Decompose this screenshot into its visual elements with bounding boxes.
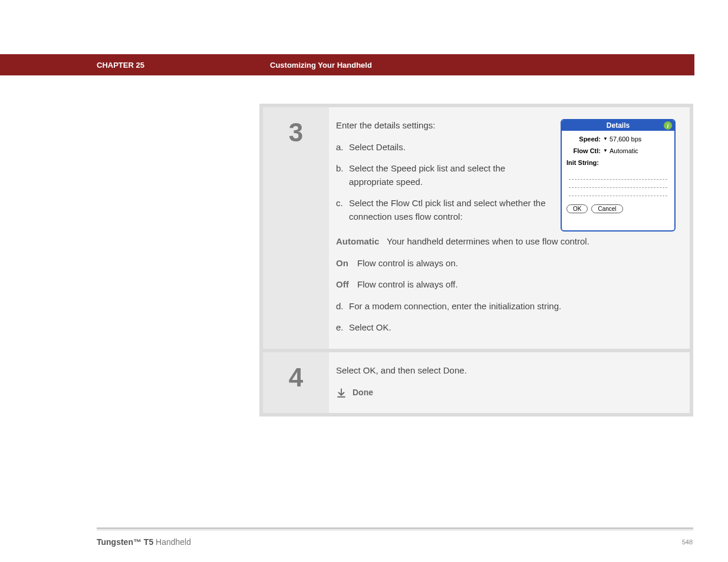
footer-rule [97, 530, 693, 530]
step-3: 3 Enter the details settings: a. Select … [263, 107, 690, 349]
done-label: Done [353, 386, 373, 399]
option-off: Off Flow control is always off. [336, 278, 676, 292]
list-letter: b. [336, 162, 349, 189]
details-dialog: Details i Speed: ▼ 57,600 bps Flow Ctl: … [561, 119, 676, 232]
dialog-body: Speed: ▼ 57,600 bps Flow Ctl: ▼ Automati… [562, 131, 674, 219]
step-body: Select OK, and then select Done. Done [329, 352, 690, 414]
dialog-titlebar: Details i [562, 120, 674, 131]
option-automatic: Automatic Your handheld determines when … [336, 235, 676, 249]
list-letter: d. [336, 300, 349, 313]
step-number-cell: 4 [263, 352, 329, 414]
option-text: Flow control is always on. [357, 257, 458, 270]
step3-item-c: c. Select the Flow Ctl pick list and sel… [336, 197, 549, 223]
step-number: 4 [289, 363, 303, 392]
list-text: Select OK. [349, 321, 676, 335]
init-string-field[interactable] [569, 171, 667, 196]
speed-label: Speed: [566, 134, 601, 144]
arrow-down-icon [336, 388, 347, 398]
chapter-bar: CHAPTER 25 Customizing Your Handheld [0, 54, 694, 75]
chapter-title: Customizing Your Handheld [270, 61, 372, 70]
list-letter: e. [336, 321, 349, 335]
speed-row: Speed: ▼ 57,600 bps [566, 134, 670, 144]
chevron-down-icon[interactable]: ▼ [603, 147, 608, 154]
step3-item-b: b. Select the Speed pick list and select… [336, 162, 549, 189]
list-text: For a modem connection, enter the initia… [349, 300, 676, 313]
page-number: 548 [682, 538, 693, 546]
info-icon[interactable]: i [664, 121, 672, 130]
option-text: Your handheld determines when to use flo… [387, 235, 589, 249]
footer-product: Tungsten™ T5 Handheld [97, 537, 191, 547]
step3-intro: Enter the details settings: [336, 119, 549, 133]
done-row: Done [336, 386, 676, 399]
list-letter: c. [336, 197, 349, 223]
footer-rule [97, 528, 693, 528]
flowctl-value[interactable]: Automatic [610, 146, 638, 156]
list-letter: a. [336, 141, 349, 154]
step-number: 3 [289, 118, 303, 147]
step3-item-a: a. Select Details. [336, 141, 549, 154]
list-text: Select Details. [349, 141, 549, 154]
step-4: 4 Select OK, and then select Done. Done [263, 352, 690, 414]
option-label: Automatic [336, 235, 387, 249]
footer-product-rest: Handheld [153, 537, 191, 547]
ok-button[interactable]: OK [566, 204, 588, 213]
flowctl-row: Flow Ctl: ▼ Automatic [566, 146, 670, 156]
option-text: Flow control is always off. [357, 278, 458, 292]
step-body: Enter the details settings: a. Select De… [329, 107, 690, 349]
cancel-button[interactable]: Cancel [591, 204, 622, 213]
flowctl-label: Flow Ctl: [566, 146, 601, 156]
option-label: Off [336, 278, 357, 292]
dialog-buttons: OK Cancel [566, 204, 670, 213]
option-on: On Flow control is always on. [336, 257, 676, 270]
dialog-title: Details [607, 120, 630, 131]
chevron-down-icon[interactable]: ▼ [603, 135, 608, 143]
list-text: Select the Speed pick list and select th… [349, 162, 549, 189]
step-number-cell: 3 [263, 107, 329, 349]
speed-value[interactable]: 57,600 bps [610, 134, 641, 144]
step3-item-d: d. For a modem connection, enter the ini… [336, 300, 676, 313]
instruction-block: 3 Enter the details settings: a. Select … [259, 104, 693, 416]
list-text: Select the Flow Ctl pick list and select… [349, 197, 549, 223]
step3-item-e: e. Select OK. [336, 321, 676, 335]
init-string-label: Init String: [566, 158, 670, 168]
option-label: On [336, 257, 357, 270]
chapter-number: CHAPTER 25 [97, 61, 144, 70]
step4-text: Select OK, and then select Done. [336, 364, 676, 378]
footer-product-bold: Tungsten™ T5 [97, 537, 153, 547]
